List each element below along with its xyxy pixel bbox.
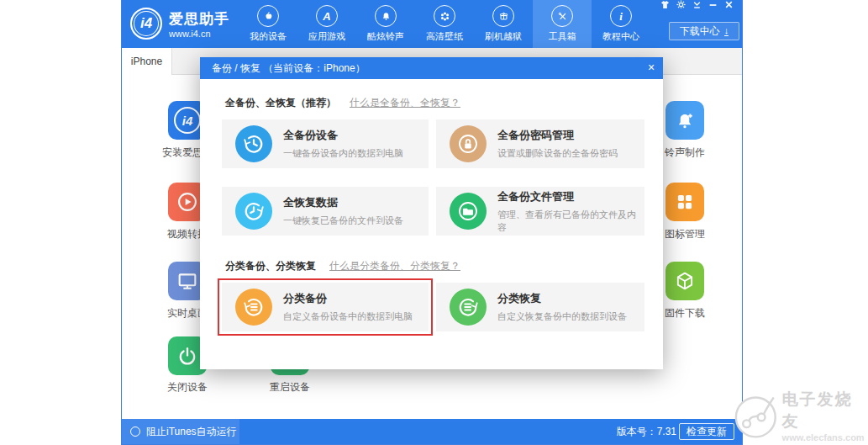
card-title: 全备份设备 xyxy=(283,128,403,143)
card-full-backup-device[interactable]: 全备份设备 一键备份设备内的数据到电脑 xyxy=(222,119,429,168)
full-backup-icon xyxy=(235,125,272,162)
theme-icon[interactable] xyxy=(660,0,670,8)
card-title: 全备份文件管理 xyxy=(497,189,644,204)
nav-item-flash-jailbreak[interactable]: 刷机越狱 xyxy=(474,0,533,48)
backup-password-lock-icon xyxy=(450,125,487,162)
screen: i4 爱思助手 www.i4.cn 我的设备 A xyxy=(0,0,868,445)
tool-ringtone-maker-icon[interactable] xyxy=(665,101,704,140)
nav-label: 教程中心 xyxy=(602,30,639,43)
card-title: 分类恢复 xyxy=(497,291,627,306)
info-icon: i xyxy=(610,5,632,27)
nav-label: 刷机越狱 xyxy=(485,30,522,43)
card-title: 分类备份 xyxy=(283,291,413,306)
bell-icon xyxy=(375,5,397,27)
minimize-icon[interactable] xyxy=(708,0,718,8)
nav-menu: 我的设备 A 应用游戏 酷炫铃声 xyxy=(239,0,650,48)
version-label: 版本号：7.31 xyxy=(617,419,676,444)
dialog-close-icon[interactable]: × xyxy=(639,57,663,79)
nav-item-apps-games[interactable]: A 应用游戏 xyxy=(297,0,356,48)
nav-label: 我的设备 xyxy=(250,30,287,43)
section-help-link[interactable]: 什么是分类备份、分类恢复？ xyxy=(329,259,460,273)
dropdown-icon[interactable] xyxy=(692,0,702,8)
card-desc: 自定义恢复备份中的数据到设备 xyxy=(497,310,627,323)
card-full-restore-data[interactable]: 全恢复数据 一键恢复已备份的文件到设备 xyxy=(222,187,429,236)
dialog-title: 备份 / 恢复 （当前设备：iPhone） xyxy=(212,62,366,74)
category-backup-icon xyxy=(235,289,272,326)
app-logo: i4 爱思助手 www.i4.cn xyxy=(130,8,229,40)
nav-item-my-device[interactable]: 我的设备 xyxy=(239,0,297,48)
flower-icon xyxy=(434,5,455,27)
nav-label: 工具箱 xyxy=(549,30,576,43)
card-desc: 管理、查看所有已备份的文件及内容 xyxy=(497,209,644,234)
download-center-button[interactable]: 下载中心 ↓ xyxy=(669,22,739,40)
dialog-titlebar: 备份 / 恢复 （当前设备：iPhone） × xyxy=(200,57,663,79)
card-backup-file-manager[interactable]: 全备份文件管理 管理、查看所有已备份的文件及内容 xyxy=(436,187,644,236)
window-controls xyxy=(660,0,734,8)
card-desc: 一键恢复已备份的文件到设备 xyxy=(283,215,403,227)
block-itunes-toggle[interactable]: 阻止iTunes自动运行 xyxy=(122,419,239,444)
tool-label: 关闭设备 xyxy=(145,380,229,395)
tool-label: 重启设备 xyxy=(248,380,332,395)
i4-logo-icon: i4 xyxy=(130,8,162,40)
brand-name: 爱思助手 xyxy=(169,9,229,29)
nav-item-ringtones[interactable]: 酷炫铃声 xyxy=(356,0,415,48)
apple-icon xyxy=(257,5,279,27)
tool-icon-manager-icon[interactable] xyxy=(665,183,704,221)
section-heading: 全备份、全恢复（推荐） xyxy=(225,96,336,110)
tab-iphone[interactable]: iPhone xyxy=(122,48,172,75)
backup-folder-icon xyxy=(450,193,487,230)
close-icon[interactable] xyxy=(724,0,734,8)
card-desc: 设置或删除设备的全备份密码 xyxy=(497,147,618,160)
card-category-backup[interactable]: 分类备份 自定义备份设备中的数据到电脑 xyxy=(222,283,429,331)
app-window: i4 爱思助手 www.i4.cn 我的设备 A xyxy=(121,0,743,445)
statusbar: 阻止iTunes自动运行 版本号：7.31 检查更新 xyxy=(122,419,742,444)
card-desc: 自定义备份设备中的数据到电脑 xyxy=(283,310,413,323)
nav-label: 酷炫铃声 xyxy=(367,30,404,43)
nav-item-toolbox[interactable]: 工具箱 xyxy=(533,0,592,48)
section-category-backup: 分类备份、分类恢复 什么是分类备份、分类恢复？ xyxy=(225,259,460,273)
jailbreak-icon xyxy=(492,5,514,27)
elecfans-watermark: 电子发烧友 www.elecfans.com xyxy=(733,389,868,442)
download-arrow-icon: ↓ xyxy=(724,26,729,36)
card-title: 全备份密码管理 xyxy=(497,128,618,143)
nav-label: 应用游戏 xyxy=(308,30,345,43)
full-restore-icon xyxy=(235,193,272,230)
appstore-icon: A xyxy=(316,5,338,27)
navbar: i4 爱思助手 www.i4.cn 我的设备 A xyxy=(122,0,742,48)
elecfans-logo-icon xyxy=(733,392,779,439)
card-category-restore[interactable]: 分类恢复 自定义恢复备份中的数据到设备 xyxy=(436,283,644,331)
brand-url: www.i4.cn xyxy=(169,29,229,39)
logo-glyph: i4 xyxy=(140,15,152,32)
tool-firmware-download-icon[interactable] xyxy=(665,262,704,300)
section-full-backup: 全备份、全恢复（推荐） 什么是全备份、全恢复？ xyxy=(225,96,460,110)
nav-item-wallpapers[interactable]: 高清壁纸 xyxy=(415,0,474,48)
toolbox-icon xyxy=(551,5,573,27)
card-title: 全恢复数据 xyxy=(283,195,403,210)
settings-icon[interactable] xyxy=(676,0,686,8)
radio-icon xyxy=(130,426,140,437)
nav-item-tutorials[interactable]: i 教程中心 xyxy=(592,0,650,48)
watermark-url: www.elecfans.com xyxy=(782,432,868,442)
watermark-title: 电子发烧友 xyxy=(782,389,868,432)
nav-label: 高清壁纸 xyxy=(426,30,463,43)
backup-restore-dialog: 备份 / 恢复 （当前设备：iPhone） × 全备份、全恢复（推荐） 什么是全… xyxy=(200,57,663,369)
card-desc: 一键备份设备内的数据到电脑 xyxy=(283,147,403,160)
section-help-link[interactable]: 什么是全备份、全恢复？ xyxy=(350,96,460,110)
itunes-toggle-label: 阻止iTunes自动运行 xyxy=(146,425,237,439)
category-restore-icon xyxy=(450,289,487,326)
card-backup-password[interactable]: 全备份密码管理 设置或删除设备的全备份密码 xyxy=(436,119,644,168)
section-heading: 分类备份、分类恢复 xyxy=(225,259,316,273)
check-update-button[interactable]: 检查更新 xyxy=(679,423,734,440)
